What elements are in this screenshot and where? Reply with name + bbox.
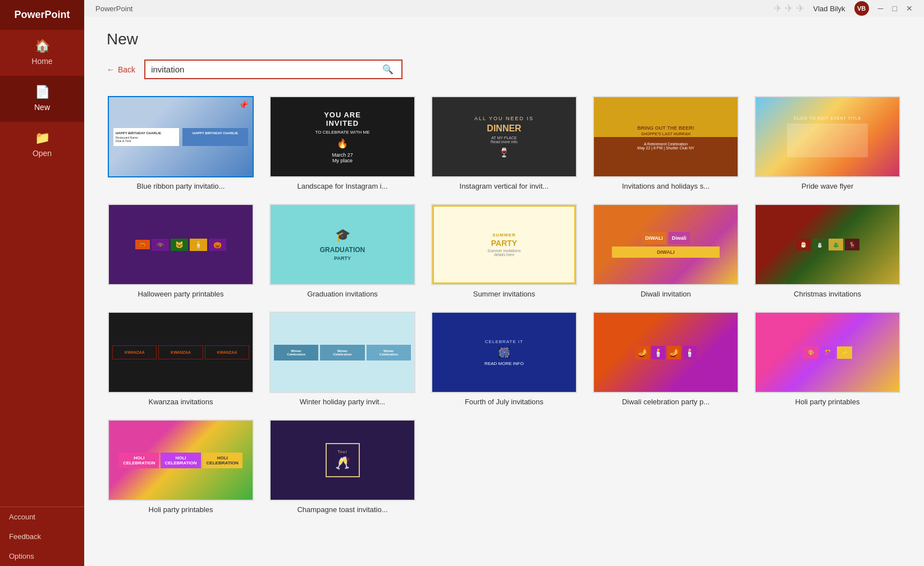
- sidebar-bottom: Account Feedback Options: [0, 506, 84, 566]
- template-label-invitations-holidays: Invitations and holidays s...: [593, 182, 739, 190]
- template-thumb-fourth-of-july: CELEBRATE IT 🎆 READ MORE INFO: [431, 312, 577, 393]
- template-label-holi2: Holi party printables: [108, 505, 254, 514]
- template-label-christmas: Christmas invitations: [754, 290, 900, 298]
- template-thumb-graduation: 🎓 GRADUATION PARTY: [269, 204, 415, 285]
- template-label-fourth-of-july: Fourth of July invitations: [431, 398, 577, 406]
- template-label-kwanzaa: Kwanzaa invitations: [108, 398, 254, 406]
- home-icon: 🏠: [35, 40, 50, 52]
- template-graduation[interactable]: 🎓 GRADUATION PARTY Graduation invitation…: [268, 203, 417, 299]
- topbar-app-name: PowerPoint: [95, 4, 132, 13]
- template-thumb-pride-wave: CLICK TO EDIT EVENT TITLE: [754, 96, 900, 177]
- template-thumb-summer: SUMMER PARTY Summer invitationsdetails h…: [431, 204, 577, 285]
- template-thumb-halloween: 🎃 🦇 🐱 🕯️ 🎃: [108, 204, 254, 285]
- search-input[interactable]: [151, 65, 380, 74]
- sidebar-item-feedback[interactable]: Feedback: [0, 527, 84, 546]
- minimize-icon[interactable]: ─: [878, 4, 884, 13]
- template-label-halloween: Halloween party printables: [108, 290, 254, 298]
- template-halloween[interactable]: 🎃 🦇 🐱 🕯️ 🎃 Halloween party printables: [107, 203, 255, 299]
- sidebar-item-label-open: Open: [33, 149, 52, 158]
- template-label-diwali: Diwali invitation: [593, 290, 739, 298]
- template-diwali[interactable]: DIWALI Diwali DIWALI Diwali invitation: [592, 203, 740, 299]
- user-avatar[interactable]: VB: [854, 1, 869, 16]
- template-thumb-blue-ribbon: HAPPY BIRTHDAY CHARLIE Restaurant NameDa…: [108, 96, 254, 177]
- search-box: 🔍: [144, 60, 402, 79]
- template-label-blue-ribbon: Blue ribbon party invitatio...: [108, 182, 254, 190]
- topbar-user-name: Vlad Bilyk: [813, 4, 845, 13]
- template-pride-wave[interactable]: CLICK TO EDIT EVENT TITLE Pride wave fly…: [753, 95, 902, 191]
- template-thumb-holi2: HOLICELEBRATION HOLICELEBRATION HOLICELE…: [108, 419, 254, 501]
- templates-grid: HAPPY BIRTHDAY CHARLIE Restaurant NameDa…: [107, 95, 902, 515]
- close-icon[interactable]: ✕: [906, 4, 913, 13]
- sidebar-item-label-home: Home: [31, 57, 52, 66]
- back-button[interactable]: ← Back: [107, 65, 135, 74]
- template-thumb-kwanzaa: KWANZAA KWANZAA KWANZAA: [108, 312, 254, 393]
- template-kwanzaa[interactable]: KWANZAA KWANZAA KWANZAA Kwanzaa invitati…: [107, 311, 255, 407]
- template-holi-party[interactable]: 🎨 🎊 ✨ Holi party printables: [753, 311, 902, 407]
- template-invitations-holidays[interactable]: BRING OUT THE BEER! SHOPPE'S LAST HURRAH…: [592, 95, 740, 191]
- topbar-right: ✈ ✈ ✈ Vlad Bilyk VB ─ □ ✕: [774, 1, 913, 16]
- sidebar-item-home[interactable]: 🏠 Home: [0, 30, 84, 76]
- template-label-landscape-instagram: Landscape for Instagram i...: [269, 182, 415, 190]
- template-label-graduation: Graduation invitations: [269, 290, 415, 298]
- sidebar: PowerPoint 🏠 Home 📄 New 📁 Open Account F…: [0, 0, 84, 566]
- template-thumb-winter-holiday: WinterCelebration WinterCelebration Wint…: [269, 312, 415, 393]
- back-arrow-icon: ←: [107, 65, 115, 74]
- template-thumb-champagne: Tour 🥂: [269, 419, 415, 501]
- topbar: PowerPoint ✈ ✈ ✈ Vlad Bilyk VB ─ □ ✕: [84, 0, 924, 17]
- template-champagne[interactable]: Tour 🥂 Champagne toast invitatio...: [268, 418, 417, 515]
- template-label-pride-wave: Pride wave flyer: [754, 182, 900, 190]
- template-thumb-landscape-instagram: YOU AREINVITED TO CELEBRATE WITH ME 🔥 Ma…: [269, 96, 415, 177]
- sidebar-nav: 🏠 Home 📄 New 📁 Open: [0, 30, 84, 506]
- back-label: Back: [118, 65, 135, 74]
- template-thumb-invitations-holidays: BRING OUT THE BEER! SHOPPE'S LAST HURRAH…: [593, 96, 739, 177]
- template-thumb-christmas: 🎅 ⛄ 🎄 🦌: [754, 204, 900, 285]
- template-winter-holiday[interactable]: WinterCelebration WinterCelebration Wint…: [268, 311, 417, 407]
- search-button[interactable]: 🔍: [380, 64, 396, 75]
- template-thumb-diwali: DIWALI Diwali DIWALI: [593, 204, 739, 285]
- template-holi2[interactable]: HOLICELEBRATION HOLICELEBRATION HOLICELE…: [107, 418, 255, 515]
- template-blue-ribbon[interactable]: HAPPY BIRTHDAY CHARLIE Restaurant NameDa…: [107, 95, 255, 191]
- open-icon: 📁: [35, 132, 50, 144]
- pin-icon: 📌: [239, 101, 248, 109]
- template-label-champagne: Champagne toast invitatio...: [269, 505, 415, 514]
- sidebar-item-new[interactable]: 📄 New: [0, 76, 84, 122]
- search-area: ← Back 🔍: [107, 60, 902, 79]
- template-label-summer: Summer invitations: [431, 290, 577, 298]
- app-title: PowerPoint: [0, 0, 84, 30]
- template-thumb-diwali-celebration: 🪔 🕯️ 🪔 🕯️: [593, 312, 739, 393]
- sidebar-item-account[interactable]: Account: [0, 507, 84, 527]
- maximize-icon[interactable]: □: [893, 4, 897, 13]
- template-label-holi-party: Holi party printables: [754, 398, 900, 406]
- sidebar-item-label-new: New: [34, 103, 50, 112]
- template-diwali-celebration[interactable]: 🪔 🕯️ 🪔 🕯️ Diwali celebration party p...: [592, 311, 740, 407]
- main-content: PowerPoint ✈ ✈ ✈ Vlad Bilyk VB ─ □ ✕ New…: [84, 0, 924, 566]
- template-thumb-holi-party: 🎨 🎊 ✨: [754, 312, 900, 393]
- template-instagram-vertical[interactable]: ALL YOU NEED IS DINNER AT MY PLACERead m…: [430, 95, 578, 191]
- template-christmas[interactable]: 🎅 ⛄ 🎄 🦌 Christmas invitations: [753, 203, 902, 299]
- template-thumb-instagram-vertical: ALL YOU NEED IS DINNER AT MY PLACERead m…: [431, 96, 577, 177]
- template-label-instagram-vertical: Instagram vertical for invit...: [431, 182, 577, 190]
- sidebar-item-open[interactable]: 📁 Open: [0, 122, 84, 168]
- sidebar-item-options[interactable]: Options: [0, 546, 84, 566]
- template-label-diwali-celebration: Diwali celebration party p...: [593, 398, 739, 406]
- template-label-winter-holiday: Winter holiday party invit...: [269, 398, 415, 406]
- page-title: New: [107, 30, 902, 48]
- paper-planes-decoration: ✈ ✈ ✈: [774, 2, 804, 15]
- new-icon: 📄: [35, 86, 50, 98]
- template-summer[interactable]: SUMMER PARTY Summer invitationsdetails h…: [430, 203, 578, 299]
- template-fourth-of-july[interactable]: CELEBRATE IT 🎆 READ MORE INFO Fourth of …: [430, 311, 578, 407]
- template-landscape-instagram[interactable]: YOU AREINVITED TO CELEBRATE WITH ME 🔥 Ma…: [268, 95, 417, 191]
